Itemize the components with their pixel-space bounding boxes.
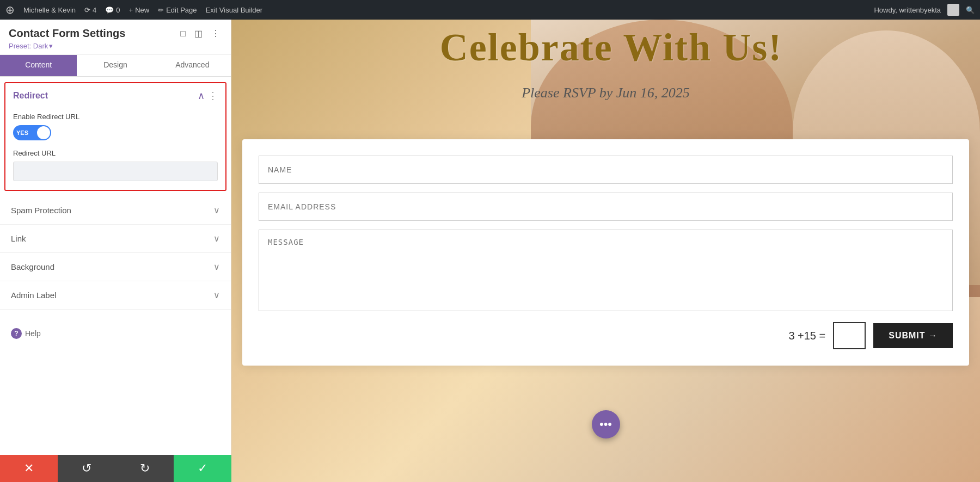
submit-label: SUBMIT →	[889, 331, 938, 341]
enable-redirect-toggle[interactable]: YES	[13, 125, 51, 140]
left-panel: Contact Form Settings □ ◫ ⋮ Preset: Dark…	[0, 20, 231, 482]
background-section[interactable]: Background ∨	[0, 253, 231, 281]
hero-headline: Celebrate With Us!	[242, 25, 980, 70]
hero-area: Celebrate With Us! Please RSVP by Jun 16…	[231, 20, 980, 482]
admin-label-title: Admin Label	[11, 291, 56, 300]
new-button[interactable]: + New	[129, 6, 150, 14]
panel-title: Contact Form Settings	[9, 27, 125, 40]
site-name[interactable]: Michelle & Kevin	[23, 6, 76, 14]
contact-form: 3 +15 = SUBMIT →	[242, 139, 969, 366]
form-footer: 3 +15 = SUBMIT →	[259, 322, 953, 349]
comments-count[interactable]: 💬 0	[105, 6, 120, 14]
undo-button[interactable]: ↺	[58, 455, 115, 482]
name-input[interactable]	[259, 156, 953, 184]
redo-button[interactable]: ↻	[116, 455, 174, 482]
edit-page-button[interactable]: ✏ Edit Page	[158, 6, 197, 14]
help-button[interactable]: ? Help	[0, 320, 231, 347]
redirect-url-input[interactable]	[13, 162, 218, 181]
revisions-icon: ⟳	[84, 6, 90, 14]
tab-advanced[interactable]: Advanced	[154, 55, 231, 76]
redirect-section-header[interactable]: Redirect ∧ ⋮	[5, 83, 225, 108]
link-section[interactable]: Link ∨	[0, 225, 231, 253]
background-chevron-icon: ∨	[213, 262, 220, 272]
window-icon-button[interactable]: □	[178, 28, 188, 40]
email-input[interactable]	[259, 193, 953, 221]
redirect-url-label: Redirect URL	[13, 149, 218, 157]
save-checkmark-icon: ✓	[198, 461, 207, 475]
admin-bar: ⊕ Michelle & Kevin ⟳ 4 💬 0 + New ✏ Edit …	[0, 0, 980, 20]
user-avatar[interactable]	[947, 4, 959, 16]
link-title: Link	[11, 234, 26, 243]
floating-action-button[interactable]: •••	[592, 410, 620, 438]
background-title: Background	[11, 262, 54, 271]
enable-redirect-toggle-row: YES	[13, 125, 218, 140]
enable-redirect-label: Enable Redirect URL	[13, 113, 218, 121]
captcha-text: 3 +15 =	[788, 330, 825, 342]
more-options-button[interactable]: ⋮	[209, 27, 222, 40]
close-discard-button[interactable]: ✕	[0, 455, 58, 482]
revisions-count[interactable]: ⟳ 4	[84, 6, 96, 14]
undo-icon: ↺	[82, 461, 91, 475]
exit-builder-button[interactable]: Exit Visual Builder	[206, 6, 263, 14]
fab-dots-icon: •••	[599, 417, 612, 431]
spam-protection-section[interactable]: Spam Protection ∨	[0, 196, 231, 225]
submit-button[interactable]: SUBMIT →	[873, 323, 953, 348]
redirect-more-icon[interactable]: ⋮	[208, 90, 218, 102]
bottom-toolbar: ✕ ↺ ↻ ✓	[0, 455, 231, 482]
comments-icon: 💬	[105, 6, 114, 14]
tabs-bar: Content Design Advanced	[0, 55, 231, 77]
spam-protection-chevron-icon: ∨	[213, 205, 220, 215]
edit-icon: ✏	[158, 6, 164, 14]
redirect-collapse-icon[interactable]: ∧	[198, 90, 205, 102]
panel-header-top: Contact Form Settings □ ◫ ⋮	[9, 27, 222, 40]
preset-selector[interactable]: Preset: Dark ▾	[9, 42, 222, 50]
tab-content[interactable]: Content	[0, 55, 77, 76]
panel-header: Contact Form Settings □ ◫ ⋮ Preset: Dark…	[0, 20, 231, 55]
layout-icon-button[interactable]: ◫	[192, 27, 205, 40]
message-input[interactable]	[259, 230, 953, 311]
howdy-label: Howdy, writtenbyekta	[874, 6, 941, 14]
admin-bar-right: Howdy, writtenbyekta 🔍	[874, 4, 975, 16]
save-button[interactable]: ✓	[174, 455, 231, 482]
panel-header-icons: □ ◫ ⋮	[178, 27, 222, 40]
captcha-input-box[interactable]	[833, 322, 866, 349]
wp-logo-icon[interactable]: ⊕	[5, 3, 15, 16]
admin-label-section[interactable]: Admin Label ∨	[0, 281, 231, 310]
admin-label-chevron-icon: ∨	[213, 290, 220, 300]
tab-design[interactable]: Design	[77, 55, 154, 76]
toggle-thumb	[37, 126, 50, 139]
close-icon: ✕	[24, 461, 34, 475]
redirect-section-title: Redirect	[13, 91, 48, 101]
link-chevron-icon: ∨	[213, 233, 220, 244]
help-circle-icon: ?	[11, 328, 22, 339]
search-icon[interactable]: 🔍	[966, 6, 975, 14]
redirect-section-body: Enable Redirect URL YES Redirect URL	[5, 108, 225, 190]
help-label: Help	[25, 329, 41, 338]
hero-subtext: Please RSVP by Jun 16, 2025	[231, 85, 980, 101]
right-content: Celebrate With Us! Please RSVP by Jun 16…	[231, 20, 980, 482]
spam-protection-title: Spam Protection	[11, 206, 71, 215]
preset-chevron-icon: ▾	[49, 42, 53, 50]
redirect-section: Redirect ∧ ⋮ Enable Redirect URL YES Red…	[4, 82, 226, 191]
toggle-yes-label: YES	[16, 129, 28, 136]
plus-icon: +	[129, 6, 133, 14]
main-layout: Contact Form Settings □ ◫ ⋮ Preset: Dark…	[0, 20, 980, 482]
redo-icon: ↻	[140, 461, 150, 475]
